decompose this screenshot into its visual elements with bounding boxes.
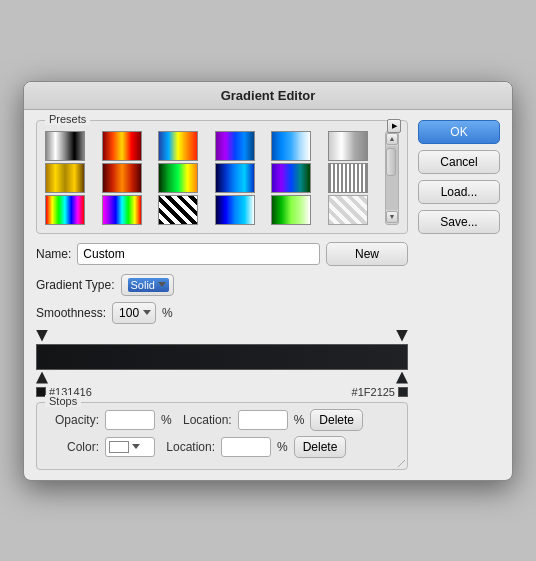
delete-opacity-button[interactable]: Delete [310,409,363,431]
opacity-label: Opacity: [45,413,99,427]
preset-3[interactable] [158,131,198,161]
preset-15[interactable] [158,195,198,225]
delete-color-button[interactable]: Delete [294,436,347,458]
opacity-location-input[interactable] [238,410,288,430]
preset-9[interactable] [158,163,198,193]
gradient-type-value: Solid [128,278,169,292]
preset-12[interactable] [328,163,368,193]
smoothness-arrow [143,310,151,315]
name-row: Name: New [36,242,408,266]
preset-4[interactable] [215,131,255,161]
save-button[interactable]: Save... [418,210,500,234]
presets-label: Presets [45,113,90,125]
name-label: Name: [36,247,71,261]
preset-18[interactable] [328,195,368,225]
opacity-row: Opacity: % Location: % Delete [45,409,399,431]
gradient-type-row: Gradient Type: Solid [36,274,408,296]
color-label-right: #1F2125 [352,386,408,398]
resize-handle[interactable] [393,455,405,467]
color-label: Color: [45,440,99,454]
stops-label: Stops [45,395,81,407]
gradient-editor-dialog: Gradient Editor Presets [23,81,513,481]
left-panel: Presets [36,120,408,470]
preset-13[interactable] [45,195,85,225]
scroll-thumb[interactable] [386,148,396,176]
opacity-input[interactable] [105,410,155,430]
gradient-stops-bottom [36,372,408,384]
color-hex-right: #1F2125 [352,386,395,398]
preset-14[interactable] [102,195,142,225]
preset-17[interactable] [271,195,311,225]
scroll-track [386,146,398,210]
presets-expand-button[interactable]: ▶ [387,119,401,133]
smoothness-unit: % [162,306,173,320]
stop-right-bottom[interactable] [396,372,408,384]
color-row: Color: Location: % Delete [45,436,399,458]
preset-6[interactable] [328,131,368,161]
presets-scroll-area: ▲ ▼ [45,127,399,225]
name-input[interactable] [77,243,320,265]
preset-5[interactable] [271,131,311,161]
dialog-title: Gradient Editor [24,82,512,110]
smoothness-select[interactable]: 100 [112,302,156,324]
gradient-stops-top [36,330,408,342]
color-labels: #131416 #1F2125 [36,386,408,398]
stop-right-top[interactable] [396,330,408,342]
stops-section: Stops Opacity: % Location: % Delete Colo… [36,402,408,470]
right-panel: OK Cancel Load... Save... [418,120,500,470]
gradient-type-label: Gradient Type: [36,278,115,292]
stop-left-bottom[interactable] [36,372,48,384]
color-location-label: Location: [161,440,215,454]
opacity-unit: % [161,413,172,427]
preset-8[interactable] [102,163,142,193]
ok-button[interactable]: OK [418,120,500,144]
scroll-up-arrow[interactable]: ▲ [386,133,398,145]
color-select-swatch [109,441,129,453]
color-location-unit: % [277,440,288,454]
gradient-type-arrow [158,282,166,287]
preset-7[interactable] [45,163,85,193]
cancel-button[interactable]: Cancel [418,150,500,174]
color-location-input[interactable] [221,437,271,457]
gradient-type-text: Solid [131,279,155,291]
color-select[interactable] [105,437,155,457]
opacity-location-unit: % [294,413,305,427]
presets-grid-container [45,127,382,225]
preset-10[interactable] [215,163,255,193]
gradient-bar-area: #131416 #1F2125 [36,330,408,398]
smoothness-value: 100 [119,306,139,320]
load-button[interactable]: Load... [418,180,500,204]
preset-2[interactable] [102,131,142,161]
gradient-bar[interactable] [36,344,408,370]
gradient-type-select[interactable]: Solid [121,274,174,296]
preset-1[interactable] [45,131,85,161]
new-button[interactable]: New [326,242,408,266]
preset-16[interactable] [215,195,255,225]
color-swatch-right [398,387,408,397]
stop-left-top[interactable] [36,330,48,342]
opacity-location-label: Location: [178,413,232,427]
smoothness-label: Smoothness: [36,306,106,320]
scroll-down-arrow[interactable]: ▼ [386,211,398,223]
presets-section: Presets [36,120,408,234]
presets-scrollbar: ▲ ▼ [385,131,399,225]
presets-grid [45,131,382,225]
preset-11[interactable] [271,163,311,193]
smoothness-row: Smoothness: 100 % [36,302,408,324]
color-select-arrow [132,444,140,449]
